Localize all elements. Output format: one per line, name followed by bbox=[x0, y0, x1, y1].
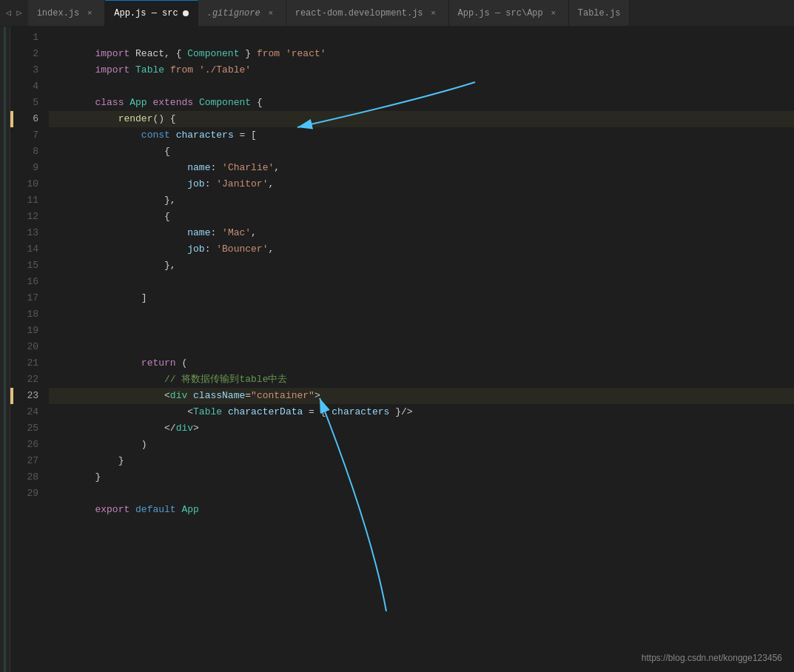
tab-close-icon[interactable]: × bbox=[84, 7, 95, 19]
line-num-8: 8 bbox=[10, 144, 38, 160]
tab-label: index.js bbox=[37, 8, 80, 19]
line-num-10: 10 bbox=[10, 176, 38, 192]
line-num-6: 6 bbox=[10, 111, 38, 127]
code-line-28 bbox=[49, 469, 794, 485]
code-line-19 bbox=[49, 323, 794, 339]
editor-area: 1 2 3 4 5 6 7 8 9 10 11 12 13 14 15 16 1… bbox=[0, 27, 794, 672]
code-line-29: export default App bbox=[49, 485, 794, 502]
line-num-22: 22 bbox=[10, 372, 38, 388]
line-num-9: 9 bbox=[10, 160, 38, 176]
line-num-3: 3 bbox=[10, 62, 38, 78]
tab-modified-dot bbox=[183, 10, 189, 16]
tab-close-icon[interactable]: × bbox=[265, 7, 277, 19]
tab-label: react-dom.development.js bbox=[295, 8, 423, 19]
tab-label: App.js — src bbox=[114, 8, 178, 19]
nav-arrows[interactable]: ◁ ▷ bbox=[0, 0, 28, 26]
code-line-27: } bbox=[49, 453, 794, 469]
line-num-21: 21 bbox=[10, 355, 38, 372]
tab-close-icon[interactable]: × bbox=[548, 7, 559, 19]
line-num-19: 19 bbox=[10, 323, 38, 339]
code-line-16: ] bbox=[49, 274, 794, 290]
code-line-26: } bbox=[49, 437, 794, 453]
line-num-12: 12 bbox=[10, 209, 38, 225]
line-num-24: 24 bbox=[10, 404, 38, 420]
line-num-1: 1 bbox=[10, 30, 38, 46]
line-num-27: 27 bbox=[10, 453, 38, 469]
line-num-28: 28 bbox=[10, 469, 38, 485]
line-num-14: 14 bbox=[10, 241, 38, 258]
line-numbers: 1 2 3 4 5 6 7 8 9 10 11 12 13 14 15 16 1… bbox=[10, 27, 46, 672]
line-num-17: 17 bbox=[10, 290, 38, 306]
code-line-20: return ( bbox=[49, 339, 794, 355]
line-num-7: 7 bbox=[10, 127, 38, 144]
tab-react-dom[interactable]: react-dom.development.js × bbox=[286, 0, 449, 26]
line-num-2: 2 bbox=[10, 46, 38, 62]
tab-index-js[interactable]: index.js × bbox=[28, 0, 106, 26]
tab-close-icon[interactable]: × bbox=[428, 7, 440, 19]
line-num-11: 11 bbox=[10, 192, 38, 209]
tab-bar: ◁ ▷ index.js × App.js — src .gitignore ×… bbox=[0, 0, 794, 27]
tab-label: App.js — src\App bbox=[458, 8, 543, 19]
line-num-26: 26 bbox=[10, 437, 38, 453]
line-num-25: 25 bbox=[10, 420, 38, 437]
line-num-23: 23 bbox=[10, 388, 38, 404]
tab-label: .gitignore bbox=[207, 8, 260, 19]
watermark: https://blog.csdn.net/kongge123456 bbox=[642, 653, 782, 663]
line-num-20: 20 bbox=[10, 339, 38, 355]
line-num-29: 29 bbox=[10, 485, 38, 502]
tab-label: Table.js bbox=[578, 8, 621, 19]
line-num-15: 15 bbox=[10, 258, 38, 274]
line-num-13: 13 bbox=[10, 225, 38, 241]
code-line-4: class App extends Component { bbox=[49, 78, 794, 95]
line-num-16: 16 bbox=[10, 274, 38, 290]
left-gutter bbox=[0, 27, 10, 672]
tab-app-js-src[interactable]: App.js — src\App × bbox=[449, 0, 569, 26]
line-num-5: 5 bbox=[10, 95, 38, 111]
code-line-1: import React, { Component } from 'react' bbox=[49, 30, 794, 46]
tab-gitignore[interactable]: .gitignore × bbox=[198, 0, 286, 26]
code-line-17 bbox=[49, 290, 794, 306]
tab-table-js[interactable]: Table.js bbox=[569, 0, 630, 26]
code-line-18 bbox=[49, 306, 794, 323]
tab-app-js[interactable]: App.js — src bbox=[105, 0, 198, 26]
line-num-4: 4 bbox=[10, 78, 38, 95]
line-num-18: 18 bbox=[10, 306, 38, 323]
code-editor[interactable]: import React, { Component } from 'react'… bbox=[46, 27, 794, 672]
